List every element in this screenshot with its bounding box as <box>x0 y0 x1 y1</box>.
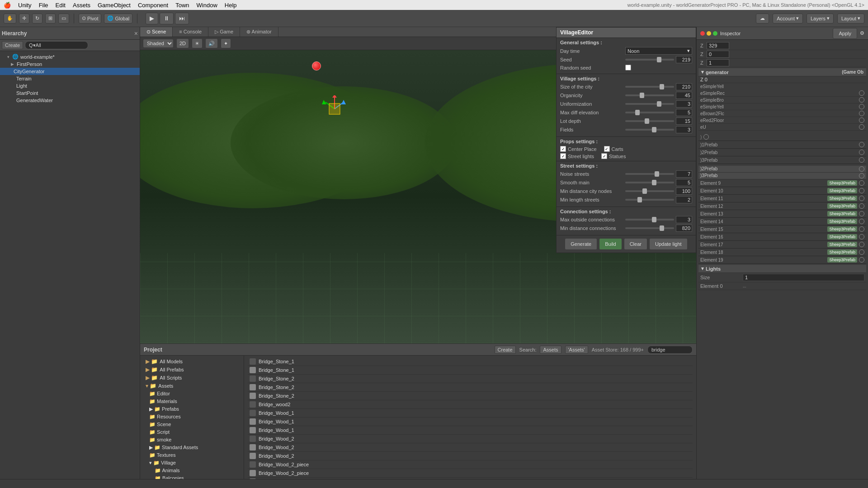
elem-circle-9[interactable] <box>859 249 864 255</box>
cloud-btn[interactable]: ☁ <box>756 14 769 23</box>
file-bridge-stone-2a[interactable]: Bridge_Stone_2 <box>248 375 693 383</box>
close-dot[interactable] <box>700 31 705 36</box>
fields-value[interactable] <box>676 126 692 133</box>
size-thumb[interactable] <box>660 84 664 89</box>
hierarchy-item-generatedwater[interactable]: GeneratedWater <box>0 97 140 104</box>
sidebar-prefabs[interactable]: ▶ 📁 Prefabs <box>140 405 244 413</box>
ebrn-circle[interactable] <box>859 111 864 116</box>
tab-game[interactable]: ▷ Game <box>208 27 240 37</box>
project-search-input[interactable] <box>647 346 693 354</box>
elem-circle-3[interactable] <box>859 203 864 209</box>
prefab3b-circle[interactable] <box>859 173 864 178</box>
min-distance-value[interactable] <box>676 225 692 232</box>
apple-menu[interactable]: 🍎 <box>4 2 11 9</box>
smooth-thumb[interactable] <box>652 180 656 185</box>
min-distance-thumb[interactable] <box>660 225 664 231</box>
menu-edit[interactable]: Edit <box>56 2 66 9</box>
elem-circle-4[interactable] <box>859 211 864 216</box>
center-place-cb[interactable]: ✓ <box>560 146 566 152</box>
seed-value[interactable] <box>676 56 692 63</box>
hierarchy-search[interactable] <box>25 41 88 49</box>
file-bridge-wood-2-piece-b[interactable]: Bridge_Wood_2_piece <box>248 469 693 478</box>
menu-unity[interactable]: Unity <box>18 2 32 9</box>
max-diff-value[interactable] <box>676 109 692 116</box>
elem-circle-1[interactable] <box>859 188 864 193</box>
scale-tool-btn[interactable]: ⊞ <box>45 14 56 23</box>
assets-quote-btn[interactable]: 'Assets' <box>565 346 588 354</box>
random-seed-checkbox[interactable] <box>625 65 631 70</box>
fields-thumb[interactable] <box>652 127 656 132</box>
apply-button[interactable]: Apply <box>833 28 857 39</box>
2d-btn[interactable]: 2D <box>176 38 189 48</box>
prefab3-circle[interactable] <box>859 157 864 163</box>
carts-cb[interactable]: ✓ <box>604 146 610 152</box>
lot-depth-thumb[interactable] <box>645 118 649 124</box>
prefab2b-circle[interactable] <box>859 166 864 172</box>
lot-depth-slider[interactable] <box>625 120 674 122</box>
hierarchy-item-light[interactable]: Light <box>0 82 140 89</box>
hierarchy-item-terrain[interactable]: Terrain <box>0 75 140 82</box>
smooth-value[interactable] <box>676 179 692 186</box>
file-bridge-wood-2-piece-a[interactable]: Bridge_Wood_2_piece <box>248 460 693 469</box>
prefab2-circle[interactable] <box>859 150 864 155</box>
sidebar-resources[interactable]: 📁 Resources <box>140 413 244 421</box>
hierarchy-item-citygenerator[interactable]: CityGenerator <box>0 68 140 75</box>
z-value-2[interactable] <box>707 51 729 58</box>
maximize-dot[interactable] <box>713 31 717 36</box>
hierarchy-item-firstperson[interactable]: ▶ FirstPerson <box>0 61 140 68</box>
account-dropdown[interactable]: Account ▾ <box>773 14 803 23</box>
size-value[interactable] <box>676 83 692 90</box>
hierarchy-item-startpoint[interactable]: StartPoint <box>0 89 140 97</box>
uniformization-slider[interactable] <box>625 103 674 105</box>
sidebar-all-prefabs[interactable]: ▶ 📁 All Prefabs <box>140 366 244 374</box>
file-bridge-wood-2a[interactable]: Bridge_Wood_2 <box>248 435 693 443</box>
z-value-1[interactable] <box>707 42 729 49</box>
sidebar-scene[interactable]: 📁 Scene <box>140 421 244 428</box>
lights-section-bar[interactable]: ▾ Lights <box>698 265 866 273</box>
layers-dropdown[interactable]: Layers ▾ <box>807 14 834 23</box>
prefab-circle-1[interactable] <box>703 134 709 140</box>
organicity-slider[interactable] <box>625 94 674 96</box>
menu-component[interactable]: Component <box>138 2 168 9</box>
min-length-thumb[interactable] <box>637 197 642 202</box>
menu-window[interactable]: Window <box>197 2 217 9</box>
rect-tool-btn[interactable]: ▭ <box>58 14 69 23</box>
seed-slider[interactable] <box>625 59 674 61</box>
sidebar-materials[interactable]: 📁 Materials <box>140 398 244 405</box>
sidebar-all-scripts[interactable]: ▶ 📁 All Scripts <box>140 374 244 382</box>
erec-circle[interactable] <box>859 90 864 96</box>
menu-assets[interactable]: Assets <box>73 2 90 9</box>
lights-size-value[interactable] <box>743 274 864 281</box>
assets-filter-btn[interactable]: Assets <box>540 346 561 354</box>
sidebar-village[interactable]: ▾ 📁 Village <box>140 459 244 467</box>
file-bridge-wood2[interactable]: Bridge_wood2 <box>248 400 693 409</box>
play-btn[interactable]: ▶ <box>146 13 158 24</box>
max-outside-thumb[interactable] <box>652 217 656 222</box>
ered-circle[interactable] <box>859 117 864 123</box>
organicity-thumb[interactable] <box>640 93 644 98</box>
sidebar-editor[interactable]: 📁 Editor <box>140 390 244 398</box>
size-slider[interactable] <box>625 86 674 88</box>
hierarchy-create-btn[interactable]: Create <box>2 41 23 49</box>
lot-depth-value[interactable] <box>676 117 692 125</box>
settings-icon[interactable]: ⚙ <box>860 30 864 36</box>
max-outside-slider[interactable] <box>625 219 674 221</box>
minimize-dot[interactable] <box>707 31 711 36</box>
elem-circle-6[interactable] <box>859 226 864 232</box>
noise-thumb[interactable] <box>655 171 659 177</box>
elem-circle-10[interactable] <box>859 257 864 263</box>
generator-section-bar[interactable]: ▾ generator (Game Ob <box>698 68 866 76</box>
sidebar-animals[interactable]: 📁 Animals <box>140 467 244 474</box>
min-length-slider[interactable] <box>625 199 674 201</box>
file-bridge-stone-1a[interactable]: Bridge_Stone_1 <box>248 357 693 366</box>
rotate-tool-btn[interactable]: ↻ <box>32 14 42 23</box>
file-bridge-wood-2c[interactable]: Bridge_Wood_2 <box>248 452 693 460</box>
lights-btn[interactable]: ☀ <box>192 38 203 48</box>
update-light-button[interactable]: Update light <box>649 238 688 250</box>
layout-dropdown[interactable]: Layout ▾ <box>837 14 864 23</box>
file-bridge-stone-2b[interactable]: Bridge_Stone_2 <box>248 383 693 392</box>
menu-town[interactable]: Town <box>175 2 189 9</box>
build-button[interactable]: Build <box>599 238 622 250</box>
noise-slider[interactable] <box>625 173 674 175</box>
elem-circle-5[interactable] <box>859 219 864 224</box>
